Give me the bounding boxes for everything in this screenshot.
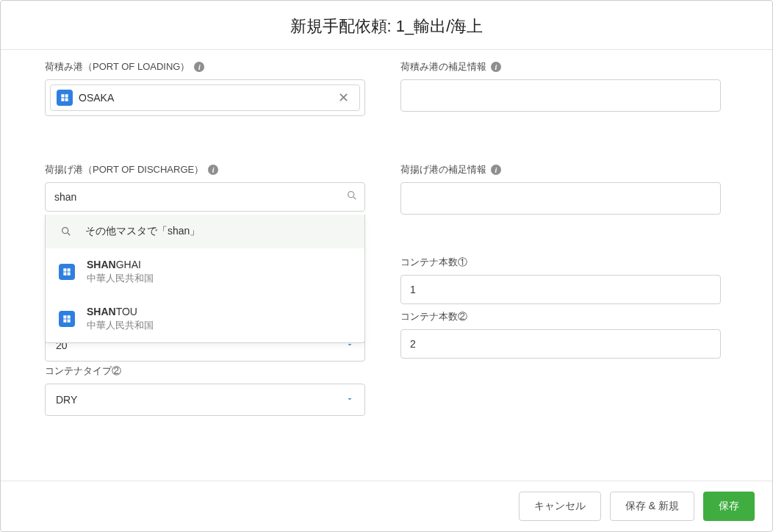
field-pod-supp: 荷揚げ港の補足情報 i [400, 163, 721, 256]
pol-selected-text: OSAKA [79, 92, 114, 104]
search-icon [346, 190, 358, 204]
save-and-new-button[interactable]: 保存 & 新規 [610, 492, 694, 521]
label-qty2: コンテナ本数② [400, 310, 721, 323]
label-pol-supp: 荷積み港の補足情報 i [400, 60, 721, 73]
port-icon [59, 264, 75, 280]
dropdown-option-sub: 中華人民共和国 [87, 319, 154, 332]
label-type2: コンテナタイプ② [45, 364, 365, 378]
save-button[interactable]: 保存 [703, 492, 755, 521]
label-pod-supp: 荷揚げ港の補足情報 i [400, 163, 721, 176]
info-icon[interactable]: i [194, 62, 204, 72]
container-type2-select[interactable]: DRY [45, 384, 365, 416]
svg-point-0 [348, 192, 354, 198]
svg-point-2 [62, 228, 68, 234]
label-pol: 荷積み港（PORT OF LOADING） i [45, 60, 365, 73]
modal-body[interactable]: 荷積み港（PORT OF LOADING） i OSAKA ✕ [1, 50, 772, 481]
search-icon [59, 226, 73, 237]
pod-dropdown: その他マスタで「shan」 SHANGHAI 中華人民共和国 [45, 215, 365, 343]
field-pod: 荷揚げ港（PORT OF DISCHARGE） i その [45, 163, 365, 256]
cancel-button[interactable]: キャンセル [519, 492, 601, 521]
dropdown-option-label: SHANGHAI [87, 259, 154, 270]
dropdown-master-search[interactable]: その他マスタで「shan」 [46, 215, 364, 248]
modal-title: 新規手配依頼: 1_輸出/海上 [8, 15, 765, 37]
port-icon [57, 90, 73, 106]
dropdown-option[interactable]: SHANGHAI 中華人民共和国 [46, 248, 364, 295]
label-pod: 荷揚げ港（PORT OF DISCHARGE） i [45, 163, 365, 176]
dropdown-option-sub: 中華人民共和国 [87, 272, 154, 285]
svg-line-3 [68, 233, 70, 235]
pod-supp-input[interactable] [400, 182, 721, 215]
field-pol: 荷積み港（PORT OF LOADING） i OSAKA ✕ [45, 60, 365, 163]
info-icon[interactable]: i [208, 165, 218, 175]
container-qty1-input[interactable] [400, 275, 721, 304]
close-icon[interactable]: ✕ [335, 90, 352, 106]
info-icon[interactable]: i [491, 165, 501, 175]
dropdown-option-label: SHANTOU [87, 306, 154, 317]
container-type2-value: DRY [56, 394, 77, 406]
modal-footer: キャンセル 保存 & 新規 保存 [1, 481, 772, 531]
svg-line-1 [353, 197, 356, 199]
pol-supp-input[interactable] [400, 79, 721, 112]
field-container-qty1: コンテナ本数① [400, 256, 721, 310]
container-qty2-input[interactable] [400, 329, 721, 359]
pod-search-input[interactable] [45, 182, 365, 212]
port-icon [59, 311, 75, 327]
info-icon[interactable]: i [491, 62, 501, 72]
field-container-type2: コンテナタイプ② DRY [45, 364, 365, 419]
field-pol-supp: 荷積み港の補足情報 i [400, 60, 721, 163]
label-qty1: コンテナ本数① [400, 256, 721, 269]
chevron-down-icon [345, 394, 354, 406]
dropdown-master-label: その他マスタで「shan」 [85, 225, 200, 238]
pol-selected-pill: OSAKA ✕ [50, 85, 360, 111]
dropdown-option[interactable]: SHANTOU 中華人民共和国 [46, 295, 364, 342]
field-container-qty2: コンテナ本数② [400, 310, 721, 364]
modal-header: 新規手配依頼: 1_輸出/海上 [1, 1, 772, 50]
modal-frame: 新規手配依頼: 1_輸出/海上 荷積み港（PORT OF LOADING） i … [0, 0, 773, 532]
pol-input[interactable]: OSAKA ✕ [45, 79, 365, 116]
